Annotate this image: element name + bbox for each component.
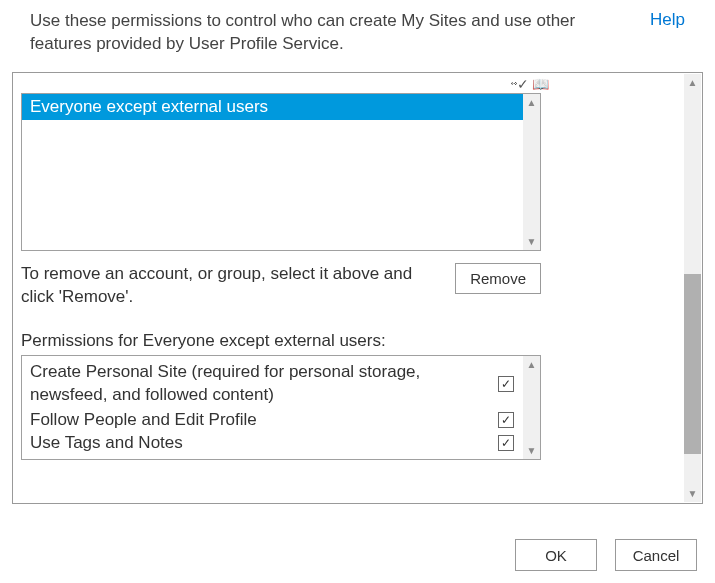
remove-section: To remove an account, or group, select i…	[21, 263, 541, 309]
permission-checkbox[interactable]: ✓	[498, 376, 514, 392]
permission-row[interactable]: Follow People and Edit Profile ✓	[30, 409, 518, 432]
cancel-button[interactable]: Cancel	[615, 539, 697, 571]
permissions-label: Permissions for Everyone except external…	[21, 331, 678, 351]
remove-instruction: To remove an account, or group, select i…	[21, 263, 435, 309]
account-item-selected[interactable]: Everyone except external users	[22, 94, 523, 120]
permissions-items: Create Personal Site (required for perso…	[22, 356, 540, 458]
scroll-down-icon[interactable]: ▼	[523, 233, 540, 250]
remove-button[interactable]: Remove	[455, 263, 541, 294]
permission-label: Use Tags and Notes	[30, 432, 488, 455]
panel-scrollbar[interactable]: ▲ ▼	[684, 74, 701, 502]
ok-button[interactable]: OK	[515, 539, 597, 571]
footer: OK Cancel	[515, 539, 697, 571]
permission-label: Follow People and Edit Profile	[30, 409, 488, 432]
permission-label: Create Personal Site (required for perso…	[30, 361, 488, 407]
permission-row[interactable]: Create Personal Site (required for perso…	[30, 359, 518, 409]
permission-checkbox[interactable]: ✓	[498, 435, 514, 451]
help-link[interactable]: Help	[650, 10, 685, 30]
scroll-up-icon[interactable]: ▲	[523, 94, 540, 111]
header: Use these permissions to control who can…	[0, 0, 715, 66]
scroll-up-icon[interactable]: ▲	[684, 74, 701, 91]
scrollbar-thumb[interactable]	[684, 274, 701, 454]
main-panel: 𐄚✓ 📖 Everyone except external users ▲ ▼ …	[12, 72, 703, 504]
scroll-down-icon[interactable]: ▼	[523, 442, 540, 459]
scroll-down-icon[interactable]: ▼	[684, 485, 701, 502]
permission-row[interactable]: Use Tags and Notes ✓	[30, 432, 518, 455]
scroll-up-icon[interactable]: ▲	[523, 356, 540, 373]
picker-toolbar: 𐄚✓ 📖	[381, 77, 678, 93]
permission-checkbox[interactable]: ✓	[498, 412, 514, 428]
accounts-scrollbar[interactable]: ▲ ▼	[523, 94, 540, 250]
permissions-scrollbar[interactable]: ▲ ▼	[523, 356, 540, 459]
browse-icon[interactable]: 📖	[532, 76, 549, 92]
header-description: Use these permissions to control who can…	[30, 10, 634, 56]
check-names-icon[interactable]: 𐄚✓	[510, 76, 529, 92]
accounts-listbox[interactable]: Everyone except external users ▲ ▼	[21, 93, 541, 251]
permissions-listbox[interactable]: Create Personal Site (required for perso…	[21, 355, 541, 460]
content-area: 𐄚✓ 📖 Everyone except external users ▲ ▼ …	[13, 73, 702, 503]
